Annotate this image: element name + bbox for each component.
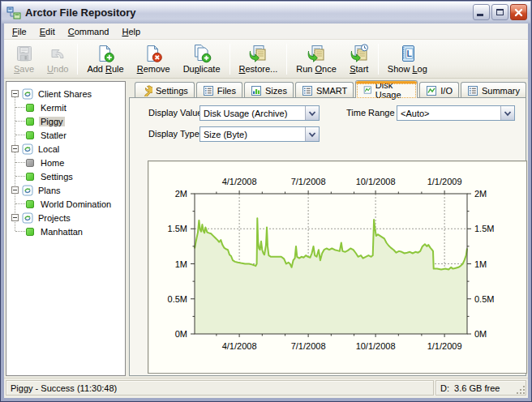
maximize-icon: [496, 9, 504, 15]
tab-sizes[interactable]: Sizes: [244, 82, 294, 98]
tree-item-manhattan[interactable]: Manhattan: [6, 225, 125, 238]
show-log-button[interactable]: LShow Log: [381, 41, 434, 77]
display-type-label: Display Type: [148, 129, 200, 139]
chevron-down-icon: [308, 131, 316, 138]
display-type-current: Size (Byte): [200, 130, 305, 139]
tree-group-projects[interactable]: Projects: [6, 211, 125, 225]
collapse-icon[interactable]: [11, 145, 19, 152]
app-icon: [6, 6, 21, 20]
add-rule-icon: [96, 44, 115, 63]
restore-button[interactable]: Restore...: [233, 41, 285, 77]
tab-strip: SettingsFilesSizesSMARTDisk UsageI/OSumm…: [129, 80, 526, 98]
display-value-select[interactable]: Disk Usage (Archive): [200, 105, 320, 121]
menu-command[interactable]: Command: [62, 24, 116, 39]
start-button[interactable]: Start: [343, 41, 375, 77]
add-rule-button[interactable]: Add Rule: [80, 41, 130, 77]
display-type-dropdown-button[interactable]: [305, 127, 319, 141]
svg-text:L: L: [407, 49, 413, 58]
tree-item-world-domination[interactable]: World Domination: [6, 197, 125, 211]
minimize-icon: [477, 14, 483, 16]
list-icon: [203, 85, 214, 96]
display-value-current: Disk Usage (Archive): [200, 109, 305, 118]
tree-group-client-shares[interactable]: Client Shares: [6, 87, 125, 100]
toolbar-button-label: Start: [350, 64, 368, 74]
tab-i-o[interactable]: I/O: [419, 82, 459, 98]
toolbar-button-label: Run Once: [296, 64, 337, 74]
tree-item-statler[interactable]: Statler: [6, 128, 125, 142]
tab-label: Summary: [482, 86, 520, 96]
axis-tick-label: 1/1/2009: [427, 177, 462, 186]
share-category-icon: [22, 143, 33, 155]
toolbar-button-label: Restore...: [239, 64, 278, 74]
minimize-button[interactable]: [473, 4, 490, 20]
axis-tick-label: 7/1/2008: [291, 341, 326, 351]
toolbar-button-label: Remove: [137, 64, 170, 74]
chevron-down-icon: [308, 110, 316, 117]
window-title: Arctor File Repository: [25, 6, 136, 19]
status-message: Piggy - Success (11:30:48): [6, 380, 434, 396]
share-category-icon: [22, 212, 33, 224]
tree-group-plans[interactable]: Plans: [6, 183, 125, 197]
repository-tree: Client SharesKermitPiggyStatlerLocalHome…: [6, 82, 125, 375]
tree-group-label: Client Shares: [36, 89, 93, 99]
wrench-icon: [141, 85, 152, 96]
tree-item-label: Statler: [39, 130, 68, 140]
list-icon: [302, 85, 313, 96]
save-button[interactable]: Save: [7, 41, 41, 77]
close-button[interactable]: [510, 4, 527, 20]
collapse-icon[interactable]: [11, 214, 19, 221]
duplicate-button[interactable]: Duplicate: [177, 41, 227, 77]
axis-tick-label: 1.5M: [474, 224, 494, 233]
axis-tick-label: 1M: [175, 259, 187, 269]
menu-file[interactable]: File: [6, 24, 33, 39]
collapse-icon[interactable]: [11, 90, 19, 97]
remove-button[interactable]: Remove: [131, 41, 177, 77]
axis-tick-label: 0.5M: [474, 294, 494, 304]
axis-tick-label: 0M: [175, 329, 187, 339]
menu-edit[interactable]: Edit: [33, 24, 62, 39]
tab-label: Sizes: [265, 86, 287, 96]
tab-summary[interactable]: Summary: [461, 82, 526, 98]
toolbar-button-label: Duplicate: [183, 64, 221, 74]
tree-item-kermit[interactable]: Kermit: [6, 100, 125, 114]
tab-files[interactable]: Files: [196, 82, 242, 98]
tab-label: SMART: [316, 86, 347, 96]
tree-item-piggy[interactable]: Piggy: [6, 114, 125, 128]
disk-free-indicator: D: 3.6 GB free: [435, 380, 526, 396]
display-value-dropdown-button[interactable]: [305, 106, 319, 120]
chart-svg: 4/1/20084/1/20087/1/20087/1/200810/1/200…: [148, 161, 526, 373]
tab-disk-usage[interactable]: Disk Usage: [355, 80, 418, 98]
tree-item-label: Settings: [39, 172, 75, 182]
main-area: Client SharesKermitPiggyStatlerLocalHome…: [4, 79, 528, 378]
bars-icon: [251, 85, 262, 96]
close-icon: [514, 8, 523, 17]
status-green-icon: [26, 131, 34, 139]
undo-button[interactable]: Undo: [41, 41, 75, 77]
toolbar-button-label: Show Log: [388, 64, 427, 74]
disk-usage-tab-page: Display Value Disk Usage (Archive) Time …: [129, 97, 526, 376]
tree-group-local[interactable]: Local: [6, 142, 125, 156]
menu-help[interactable]: Help: [115, 24, 147, 39]
axis-tick-label: 7/1/2008: [291, 177, 326, 186]
maximize-button[interactable]: [491, 4, 508, 20]
resize-grip[interactable]: [516, 385, 526, 396]
title-bar: Arctor File Repository: [2, 2, 530, 24]
status-green-icon: [26, 104, 34, 112]
axis-tick-label: 2M: [474, 189, 487, 199]
axis-tick-label: 1/1/2009: [427, 341, 462, 351]
tab-settings[interactable]: Settings: [135, 82, 195, 98]
tree-item-home[interactable]: Home: [6, 156, 125, 169]
axis-tick-label: 2M: [175, 189, 187, 199]
line-icon: [363, 84, 372, 96]
tree-item-settings[interactable]: Settings: [6, 169, 125, 183]
display-type-select[interactable]: Size (Byte): [200, 126, 320, 142]
remove-icon: [144, 44, 163, 63]
status-green-icon: [26, 200, 34, 208]
tree-item-label: Manhattan: [39, 227, 84, 237]
time-range-select[interactable]: <Auto>: [397, 105, 515, 121]
run-once-button[interactable]: Run Once: [290, 41, 343, 77]
tab-smart[interactable]: SMART: [295, 82, 354, 98]
time-range-dropdown-button[interactable]: [500, 106, 514, 120]
toolbar-separator: [286, 44, 287, 75]
collapse-icon[interactable]: [11, 186, 19, 194]
